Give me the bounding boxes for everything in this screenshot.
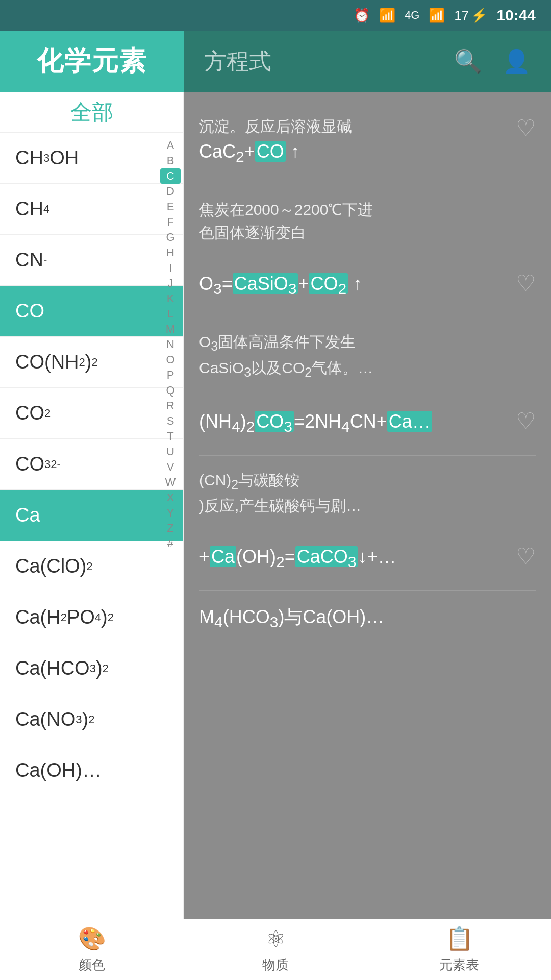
category-label[interactable]: 全部: [70, 98, 113, 127]
alpha-R[interactable]: R: [160, 398, 181, 413]
list-item[interactable]: Ca(H2PO4)2: [0, 592, 183, 643]
list-item-ca[interactable]: Ca: [0, 490, 183, 541]
highlight-ca: Ca…: [387, 411, 432, 432]
alpha-X[interactable]: X: [160, 490, 181, 505]
list-item[interactable]: Ca(HCO3)2: [0, 643, 183, 694]
equation-text: 焦炭在2000～2200℃下进 色固体逐渐变白: [199, 198, 536, 244]
equation-row: (NH4)2CO3=2NH4CN+Ca… ♡: [199, 395, 536, 455]
right-panel: 沉淀。反应后溶液显碱 CaC2+CO ↑ ♡ 焦炭在2000～2200℃下进 色…: [184, 92, 551, 919]
list-item[interactable]: CO(NH2)2: [0, 337, 183, 388]
alpha-E[interactable]: E: [160, 199, 181, 214]
equation-row: 焦炭在2000～2200℃下进 色固体逐渐变白: [199, 185, 536, 257]
equation-text: M4(HCO3)与Ca(OH)…: [199, 603, 536, 638]
equation-desc2: CaSiO3以及CO2气体。…: [199, 356, 536, 382]
header-icons: 🔍 👤: [454, 48, 531, 75]
color-icon: 🎨: [78, 925, 106, 952]
alpha-A[interactable]: A: [160, 138, 181, 153]
alpha-D[interactable]: D: [160, 184, 181, 199]
user-icon[interactable]: 👤: [503, 48, 531, 75]
alpha-Q[interactable]: Q: [160, 383, 181, 398]
list-item[interactable]: Ca(NO3)2: [0, 694, 183, 745]
equation-text: 沉淀。反应后溶液显碱 CaC2+CO ↑: [199, 115, 508, 172]
search-icon[interactable]: 🔍: [454, 48, 482, 75]
alpha-I[interactable]: I: [160, 260, 181, 276]
nav-label-color: 颜色: [79, 956, 105, 974]
app-title: 化学元素: [37, 43, 147, 79]
list-item[interactable]: Ca(OH)…: [0, 745, 183, 796]
equation-row: M4(HCO3)与Ca(OH)…: [199, 591, 536, 650]
alpha-K[interactable]: K: [160, 291, 181, 306]
battery-level: 17: [454, 8, 469, 23]
list-item[interactable]: CH3OH: [0, 133, 183, 184]
alpha-M[interactable]: M: [160, 322, 181, 337]
equation-desc2: 色固体逐渐变白: [199, 221, 536, 244]
equation-formula: O3=CaSiO3+CO2 ↑: [199, 270, 508, 300]
substance-icon: ⚛: [266, 926, 286, 952]
alpha-C[interactable]: C: [160, 168, 181, 184]
equation-formula: +Ca(OH)2=CaCO3↓+…: [199, 543, 508, 573]
alpha-S[interactable]: S: [160, 413, 181, 429]
alphabet-index: A B C D E F G H I J K L M N O P Q R S T …: [158, 133, 183, 919]
favorite-icon[interactable]: ♡: [516, 408, 536, 434]
alpha-B[interactable]: B: [160, 153, 181, 168]
alpha-T[interactable]: T: [160, 429, 181, 444]
equation-desc: 沉淀。反应后溶液显碱: [199, 115, 508, 138]
equation-formula: M4(HCO3)与Ca(OH)…: [199, 603, 536, 633]
nav-item-substance[interactable]: ⚛ 物质: [184, 919, 367, 980]
equation-desc: O3固体高温条件下发生: [199, 330, 536, 356]
alpha-O[interactable]: O: [160, 352, 181, 368]
equation-text: O3固体高温条件下发生 CaSiO3以及CO2气体。…: [199, 330, 536, 382]
alpha-U[interactable]: U: [160, 444, 181, 459]
equation-row: +Ca(OH)2=CaCO3↓+… ♡: [199, 530, 536, 591]
alpha-N[interactable]: N: [160, 337, 181, 352]
element-list: CH3OH CH4 CN- CO CO(NH2)2 CO2: [0, 133, 183, 919]
favorite-icon[interactable]: ♡: [516, 115, 536, 141]
signal-bars-icon: 📶: [429, 8, 445, 23]
alpha-W[interactable]: W: [160, 475, 181, 490]
alpha-G[interactable]: G: [160, 230, 181, 245]
list-item[interactable]: Ca(ClO)2: [0, 541, 183, 592]
status-time: 10:44: [496, 7, 536, 24]
equation-formula: (NH4)2CO3=2NH4CN+Ca…: [199, 408, 508, 438]
favorite-icon[interactable]: ♡: [516, 270, 536, 296]
alpha-H[interactable]: H: [160, 245, 181, 260]
equation-desc: (CN)2与碳酸铵: [199, 469, 536, 495]
alpha-Y[interactable]: Y: [160, 505, 181, 521]
equation-desc: 焦炭在2000～2200℃下进: [199, 198, 536, 221]
list-item[interactable]: CN-: [0, 235, 183, 286]
equation-formula: CaC2+CO ↑: [199, 138, 508, 168]
list-item[interactable]: CO2: [0, 388, 183, 439]
left-panel: 全部 CH3OH CH4 CN- CO CO(NH2)2: [0, 92, 184, 919]
status-bar: ⏰ 📶 4G 📶 17 ⚡ 10:44: [0, 0, 551, 31]
clock-icon: ⏰: [354, 8, 370, 23]
list-item[interactable]: CH4: [0, 184, 183, 235]
battery-indicator: 17 ⚡: [454, 8, 487, 23]
nav-item-color[interactable]: 🎨 颜色: [0, 919, 184, 980]
alpha-P[interactable]: P: [160, 368, 181, 383]
alpha-L[interactable]: L: [160, 306, 181, 322]
equation-row: (CN)2与碳酸铵 )反应,产生碳酸钙与剧…: [199, 456, 536, 531]
highlight-caco3: CaCO3: [295, 546, 358, 567]
alpha-Z[interactable]: Z: [160, 521, 181, 536]
list-item-co[interactable]: CO: [0, 286, 183, 337]
category-header: 全部: [0, 92, 183, 133]
alpha-J[interactable]: J: [160, 276, 181, 291]
equation-text: O3=CaSiO3+CO2 ↑: [199, 270, 508, 304]
nav-item-table[interactable]: 📋 元素表: [367, 919, 551, 980]
bottom-nav: 🎨 颜色 ⚛ 物质 📋 元素表: [0, 919, 551, 980]
signal-icon: 4G: [405, 9, 419, 22]
wifi-icon: 📶: [379, 8, 395, 23]
nav-label-substance: 物质: [262, 956, 289, 974]
list-item[interactable]: CO32-: [0, 439, 183, 490]
alpha-F[interactable]: F: [160, 214, 181, 230]
equation-desc2: )反应,产生碳酸钙与剧…: [199, 494, 536, 517]
equation-row: 沉淀。反应后溶液显碱 CaC2+CO ↑ ♡: [199, 102, 536, 185]
main-container: 全部 CH3OH CH4 CN- CO CO(NH2)2: [0, 92, 551, 919]
alpha-hash[interactable]: #: [160, 536, 181, 551]
highlight-ca-oh: Ca: [210, 546, 236, 567]
highlight-co: CO: [255, 141, 286, 162]
highlight-casio3: CaSiO3: [233, 273, 298, 294]
nav-label-table: 元素表: [439, 956, 479, 974]
favorite-icon[interactable]: ♡: [516, 543, 536, 569]
alpha-V[interactable]: V: [160, 459, 181, 475]
